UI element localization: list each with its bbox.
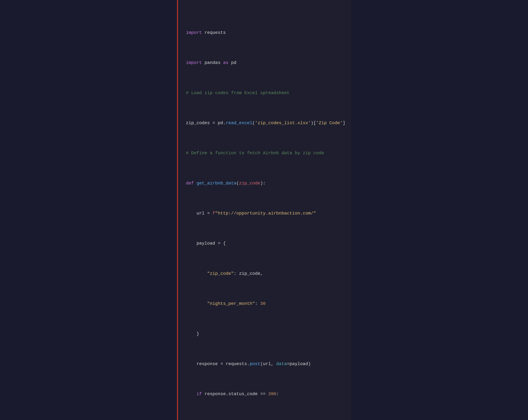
- line-8: payload = {: [186, 240, 343, 247]
- editor-container: import requests import pandas as pd # Lo…: [177, 0, 351, 420]
- line-5: # Define a function to fetch Airbnb data…: [186, 149, 343, 157]
- line-3: # Load zip codes from Excel spreadsheet: [186, 89, 343, 97]
- line-11: }: [186, 330, 343, 338]
- line-10: "nights_per_month": 30: [186, 300, 343, 308]
- line-13: if response.status_code == 200:: [186, 390, 343, 398]
- line-12: response = requests.post(url, data=paylo…: [186, 360, 343, 368]
- line-1: import requests: [186, 29, 343, 37]
- code-block: import requests import pandas as pd # Lo…: [186, 6, 343, 420]
- line-2: import pandas as pd: [186, 59, 343, 67]
- line-9: "zip_code": zip_code,: [186, 270, 343, 277]
- line-4: zip_codes = pd.read_excel('zip_codes_lis…: [186, 119, 343, 127]
- line-7: url = f"http://opportunity.airbnbaction.…: [186, 210, 343, 217]
- line-6: def get_airbnb_data(zip_code):: [186, 180, 343, 187]
